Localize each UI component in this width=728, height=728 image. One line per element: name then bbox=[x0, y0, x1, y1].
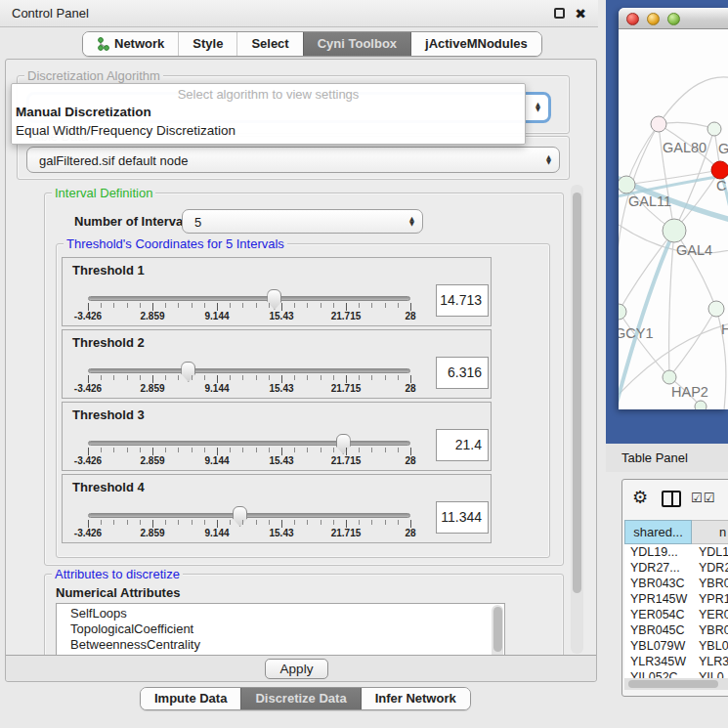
threshold-4-label: Threshold 4 bbox=[72, 480, 145, 494]
table-row[interactable]: YIL052CYIL0 bbox=[624, 669, 728, 678]
panel-title: Control Panel bbox=[12, 0, 89, 27]
threshold-2-box: Threshold 2 -3.426 2.859 9.144 15.43 21.… bbox=[62, 329, 492, 399]
node-hap2[interactable] bbox=[663, 370, 676, 384]
tab-discretize-data[interactable]: Discretize Data bbox=[240, 688, 361, 709]
node-red[interactable] bbox=[711, 161, 728, 179]
table-row[interactable]: YPR145WYPR1 bbox=[624, 591, 728, 607]
slider-tick-labels: -3.426 2.859 9.144 15.43 21.715 28 bbox=[88, 383, 410, 395]
threshold-3-slider-track[interactable] bbox=[88, 441, 410, 446]
network-window-titlebar bbox=[619, 8, 728, 29]
threshold-3-label: Threshold 3 bbox=[72, 407, 145, 422]
attributes-list-scrollbar[interactable] bbox=[492, 605, 503, 655]
dropdown-option-equal-width[interactable]: Equal Width/Frequency Discretization bbox=[12, 121, 525, 140]
settings-viewport: Interval Definition Number of Intervals … bbox=[13, 184, 576, 655]
node-label: GAL11 bbox=[628, 193, 671, 209]
node-label: GCY1 bbox=[619, 325, 654, 341]
close-icon[interactable]: ✖ bbox=[575, 0, 586, 27]
table-panel-title: Table Panel bbox=[621, 444, 688, 472]
cyni-toolbox-panel: Discretization Algorithm ▲▼ Select algor… bbox=[5, 59, 597, 682]
list-item[interactable]: BetweennessCentrality bbox=[57, 637, 504, 653]
table-panel-body: ⚙ ☑☑ shared... n YDL19...YDL1 YDR27...YD… bbox=[606, 472, 728, 728]
top-tab-bar: Network Style Select Cyni Toolbox jActiv… bbox=[82, 31, 542, 57]
node-gcy1[interactable] bbox=[619, 304, 626, 320]
apply-strip: Apply bbox=[6, 655, 596, 681]
algorithm-dropdown-popup: Select algorithm to view settings Manual… bbox=[11, 83, 526, 145]
table-horizontal-scrollbar[interactable] bbox=[624, 678, 728, 690]
node-top-right[interactable] bbox=[707, 122, 721, 136]
tab-style[interactable]: Style bbox=[178, 32, 236, 56]
slider-major-ticks bbox=[88, 520, 411, 528]
list-item[interactable]: SelfLoops bbox=[57, 604, 504, 621]
node-label: H bbox=[721, 321, 728, 337]
apply-button[interactable]: Apply bbox=[265, 659, 328, 679]
close-traffic-light-icon[interactable] bbox=[626, 13, 639, 25]
table-rows: YDL19...YDL1 YDR27...YDR2 YBR043CYBR0 YP… bbox=[624, 544, 728, 678]
threshold-3-value-field[interactable]: 21.4 bbox=[436, 429, 489, 461]
threshold-1-box: Threshold 1 -3.426 2.859 9.144 15.43 21.… bbox=[62, 257, 492, 326]
node-gal80[interactable] bbox=[651, 116, 666, 132]
dropdown-prompt-item[interactable]: Select algorithm to view settings bbox=[12, 84, 525, 103]
dropdown-option-manual[interactable]: Manual Discretization bbox=[12, 103, 525, 121]
column-header-name[interactable]: n bbox=[692, 520, 728, 544]
float-window-icon[interactable] bbox=[554, 8, 565, 19]
threshold-1-value-field[interactable]: 14.713 bbox=[436, 284, 489, 317]
node-gal4[interactable] bbox=[663, 219, 686, 242]
table-row[interactable]: YBL079WYBL0 bbox=[624, 638, 728, 654]
node-label: HAP2 bbox=[671, 384, 708, 400]
threshold-2-label: Threshold 2 bbox=[72, 335, 145, 350]
node-h[interactable] bbox=[708, 301, 724, 317]
table-row[interactable]: YER054CYER0 bbox=[624, 607, 728, 622]
table-data-combobox[interactable]: galFiltered.sif default node ▲▼ bbox=[26, 147, 560, 173]
tab-select[interactable]: Select bbox=[236, 32, 302, 56]
node-gal11[interactable] bbox=[619, 176, 635, 193]
control-panel: Control Panel ✖ Network Style Select Cyn… bbox=[0, 0, 598, 728]
minimize-traffic-light-icon[interactable] bbox=[647, 13, 660, 25]
control-panel-titlebar: Control Panel ✖ bbox=[0, 0, 598, 27]
network-canvas[interactable]: GAL80 GA C GAL11 GAL4 GCY1 H HAP2 bbox=[619, 29, 728, 409]
number-of-intervals-label: Number of Intervals bbox=[74, 209, 193, 234]
table-panel: ⚙ ☑☑ shared... n YDL19...YDL1 YDR27...YD… bbox=[621, 479, 728, 697]
threshold-2-slider-track[interactable] bbox=[88, 368, 410, 373]
threshold-3-box: Threshold 3 -3.426 2.859 9.144 15.43 21.… bbox=[62, 402, 492, 471]
number-of-intervals-combobox[interactable]: 5 ▲▼ bbox=[182, 209, 423, 234]
numerical-attributes-list: SelfLoops TopologicalCoefficient Between… bbox=[56, 603, 505, 655]
slider-tick-labels: -3.426 2.859 9.144 15.43 21.715 28 bbox=[88, 311, 410, 322]
tab-network[interactable]: Network bbox=[83, 32, 178, 56]
node-label: GA bbox=[718, 141, 728, 156]
attributes-group-title: Attributes to discretize bbox=[52, 567, 183, 581]
thresholds-group-title: Threshold's Coordinates for 5 Intervals bbox=[64, 236, 287, 251]
tab-jactivemnodules[interactable]: jActiveMNodules bbox=[411, 32, 541, 56]
tab-impute-data[interactable]: Impute Data bbox=[141, 688, 240, 709]
slider-major-ticks bbox=[88, 375, 411, 383]
combo-arrows-icon: ▲▼ bbox=[535, 103, 540, 112]
table-panel-titlebar: Table Panel bbox=[606, 444, 728, 472]
threshold-4-slider-track[interactable] bbox=[88, 513, 410, 518]
gear-icon[interactable]: ⚙ bbox=[632, 487, 648, 507]
settings-scrollbar[interactable] bbox=[571, 185, 583, 654]
network-icon bbox=[97, 35, 109, 57]
checkbox-icons[interactable]: ☑☑ bbox=[691, 491, 715, 505]
list-item[interactable]: TopologicalCoefficient bbox=[57, 621, 504, 637]
tab-network-label: Network bbox=[114, 36, 164, 51]
table-row[interactable]: YBR045CYBR0 bbox=[624, 622, 728, 638]
threshold-2-value-field[interactable]: 6.316 bbox=[436, 357, 489, 389]
node-bottom[interactable] bbox=[695, 401, 707, 409]
tab-cyni-toolbox[interactable]: Cyni Toolbox bbox=[303, 32, 411, 56]
network-nodes[interactable] bbox=[619, 116, 728, 409]
table-row[interactable]: YBR043CYBR0 bbox=[624, 576, 728, 591]
column-header-shared-name[interactable]: shared... bbox=[624, 520, 692, 544]
slider-tick-labels: -3.426 2.859 9.144 15.43 21.715 28 bbox=[88, 528, 410, 539]
table-row[interactable]: YDL19...YDL1 bbox=[624, 544, 728, 560]
tab-infer-network[interactable]: Infer Network bbox=[362, 688, 470, 709]
threshold-1-slider-track[interactable] bbox=[88, 296, 410, 301]
table-header-row: shared... n bbox=[624, 520, 728, 544]
threshold-4-value-field[interactable]: 11.344 bbox=[436, 501, 489, 534]
table-row[interactable]: YLR345WYLR3 bbox=[624, 654, 728, 669]
network-view-window: GAL80 GA C GAL11 GAL4 GCY1 H HAP2 bbox=[619, 8, 728, 409]
zoom-traffic-light-icon[interactable] bbox=[667, 13, 680, 25]
split-columns-icon[interactable] bbox=[662, 491, 681, 507]
node-label: C bbox=[716, 178, 726, 193]
table-row[interactable]: YDR27...YDR2 bbox=[624, 560, 728, 576]
algorithm-group-title: Discretization Algorithm bbox=[24, 68, 163, 83]
node-label: GAL80 bbox=[663, 140, 707, 155]
